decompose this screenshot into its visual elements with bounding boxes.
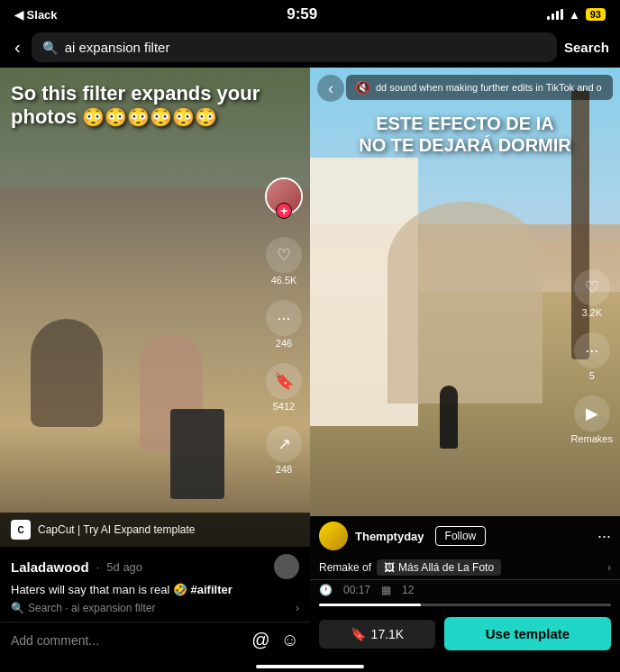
wifi-icon: ▲ <box>569 8 580 22</box>
like-count: 46.5K <box>271 275 297 286</box>
home-indicator <box>0 658 620 672</box>
bookmark-button[interactable]: 🔖 5412 <box>266 363 302 412</box>
like-count-right: 3.2K <box>581 307 602 318</box>
more-options-button[interactable]: ··· <box>597 527 611 546</box>
remakes-label: Remakes <box>571 433 613 444</box>
bookmark-count: 5412 <box>273 401 295 412</box>
remake-source[interactable]: 🖼 Más Allá de La Foto <box>377 559 501 576</box>
bookmark-count-right: 17.1K <box>371 627 405 641</box>
emoji-icon[interactable]: ☺ <box>281 630 299 650</box>
bookmark-icon: 🔖 <box>266 363 302 399</box>
right-video-title: ESTE EFECTO DE IA NO TE DEJARÁ DORMIR <box>310 113 620 156</box>
separator: · <box>96 560 100 574</box>
left-username[interactable]: Laladawood <box>11 559 89 575</box>
caption: Haters will say that man is real 🤣 #aifi… <box>11 583 299 596</box>
like-button[interactable]: ♡ 46.5K <box>266 237 302 286</box>
comment-icon-right: ··· <box>574 332 610 368</box>
search-icon-small: 🔍 <box>11 602 24 614</box>
capcut-logo: C <box>11 520 31 540</box>
progress-bar-bg <box>319 604 611 606</box>
author-avatar-img <box>319 522 348 550</box>
comment-bar: Add comment... @ ☺ <box>0 622 310 658</box>
comment-count-right: 5 <box>589 370 595 381</box>
left-video-title: So this filter expands your photos 😳😳😳😳😳… <box>11 82 265 130</box>
remake-of-row: Remake of 🖼 Más Allá de La Foto › <box>310 556 620 580</box>
capcut-text: CapCut | Try AI Expand template <box>38 523 196 536</box>
comment-button-right[interactable]: ··· 5 <box>574 332 610 381</box>
back-to-slack[interactable]: ◀ Slack <box>14 8 58 22</box>
use-template-button[interactable]: Use template <box>444 617 611 650</box>
content-area: So this filter expands your photos 😳😳😳😳😳… <box>0 68 620 658</box>
share-count: 248 <box>276 464 292 475</box>
remakes-button[interactable]: ▶ Remakes <box>571 395 613 444</box>
status-bar: ◀ Slack 9:59 ▲ 93 <box>0 0 620 27</box>
progress-bar-wrap[interactable] <box>310 600 620 610</box>
grid-icon: ▦ <box>381 584 391 596</box>
title-line1: So this filter expands your <box>11 82 260 104</box>
follow-plus-icon[interactable]: + <box>276 203 292 219</box>
signal-icon <box>547 9 563 20</box>
progress-bar-fill <box>319 604 421 606</box>
back-button[interactable]: ‹ <box>11 33 24 61</box>
heart-icon-right: ♡ <box>574 269 610 305</box>
right-video-icons: ♡ 3.2K ··· 5 ▶ Remakes <box>571 269 613 444</box>
search-tag-row[interactable]: 🔍 Search · ai expansion filter › <box>11 602 299 614</box>
search-icon: 🔍 <box>42 41 58 55</box>
search-query-text: ai expansion filter <box>65 40 170 55</box>
battery-indicator: 93 <box>586 8 606 21</box>
author-name-right[interactable]: Themptyday <box>355 530 424 543</box>
views-count: 12 <box>402 584 414 596</box>
status-left: ◀ Slack <box>14 8 58 22</box>
share-icon: ↗ <box>266 426 302 462</box>
author-avatar-right <box>319 522 348 550</box>
emoji-row: 😳😳😳😳😳😳 <box>82 107 217 127</box>
right-panel: ‹ 🔇 dd sound when making further edits i… <box>310 68 620 658</box>
left-video-bg <box>0 68 310 547</box>
time-ago: 5d ago <box>106 560 142 574</box>
duration-row: 🕐 00:17 ▦ 12 <box>310 580 620 600</box>
status-time: 9:59 <box>287 5 317 23</box>
tripod <box>170 409 224 499</box>
back-button-right[interactable]: ‹ <box>317 75 344 102</box>
remakes-icon: ▶ <box>574 395 610 431</box>
remake-of-label: Remake of <box>319 561 371 574</box>
person-silhouette <box>440 386 458 449</box>
share-button[interactable]: ↗ 248 <box>266 426 302 475</box>
at-icon[interactable]: @ <box>251 630 269 650</box>
left-video-icons: + ♡ 46.5K ··· 246 🔖 5412 <box>265 177 303 475</box>
person-left <box>31 319 103 427</box>
home-bar <box>256 665 364 668</box>
bookmark-count-button[interactable]: 🔖 17.1K <box>319 620 435 649</box>
author-row-right: Themptyday Follow ··· <box>310 516 620 556</box>
mute-icon: 🔇 <box>355 80 370 95</box>
clock-icon: 🕐 <box>319 584 333 596</box>
left-panel: So this filter expands your photos 😳😳😳😳😳… <box>0 68 310 658</box>
chevron-right-icon: › <box>296 602 299 614</box>
status-right: ▲ 93 <box>547 8 606 22</box>
comment-button[interactable]: ··· 246 <box>266 300 302 349</box>
author-avatar-left[interactable]: + <box>265 177 303 215</box>
title-line2: photos <box>11 105 82 128</box>
comment-input[interactable]: Add comment... <box>11 633 241 648</box>
mute-text: dd sound when making further edits in Ti… <box>376 82 602 93</box>
comment-icons: @ ☺ <box>251 630 299 650</box>
chevron-right-icon-remake: › <box>607 561 611 574</box>
heart-icon: ♡ <box>266 237 302 273</box>
comment-icon: ··· <box>266 300 302 336</box>
bottom-action-bar-right: 🔖 17.1K Use template <box>310 610 620 658</box>
username-row: Laladawood · 5d ago <box>11 554 299 579</box>
search-button[interactable]: Search <box>564 40 609 55</box>
capcut-banner[interactable]: C CapCut | Try AI Expand template <box>0 513 310 547</box>
user-thumb <box>274 554 299 579</box>
hashtag[interactable]: #aifilter <box>191 583 232 596</box>
photo-icon: 🖼 <box>384 561 395 574</box>
right-video[interactable]: ‹ 🔇 dd sound when making further edits i… <box>310 68 620 516</box>
left-video[interactable]: So this filter expands your photos 😳😳😳😳😳… <box>0 68 310 547</box>
bookmark-icon-right: 🔖 <box>351 627 366 641</box>
comment-count: 246 <box>276 338 292 349</box>
duration-text: 00:17 <box>343 584 370 596</box>
mute-banner: 🔇 dd sound when making further edits in … <box>346 75 613 100</box>
like-button-right[interactable]: ♡ 3.2K <box>574 269 610 318</box>
search-input-wrap[interactable]: 🔍 ai expansion filter <box>32 32 557 62</box>
follow-button[interactable]: Follow <box>435 526 487 546</box>
